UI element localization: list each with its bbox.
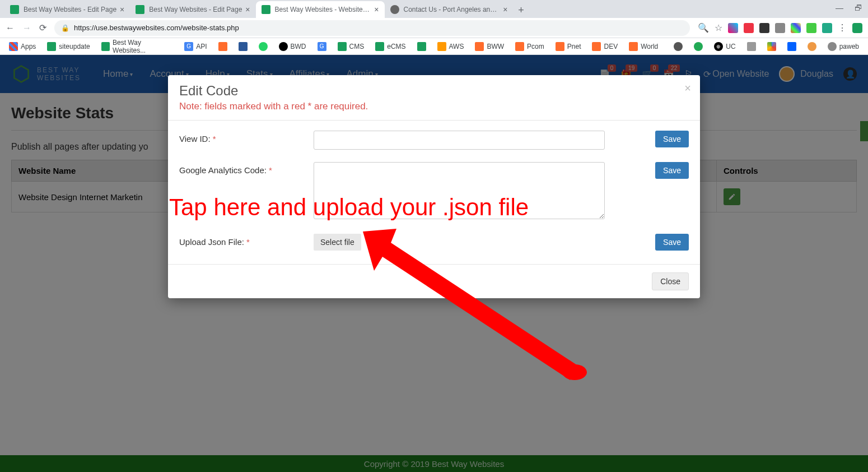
reload-icon[interactable]: ⟳ (39, 22, 46, 33)
extension-icon[interactable] (791, 23, 801, 33)
bookmark-item[interactable]: G (314, 40, 330, 53)
new-tab-button[interactable]: + (514, 2, 529, 18)
modal-required-note: Note: fields marked with a red * are req… (179, 101, 689, 112)
back-icon[interactable]: ← (6, 23, 15, 33)
window-controls: — 🗗 (836, 3, 862, 12)
save-button[interactable]: Save (655, 234, 689, 251)
bookmark-item[interactable]: Pnet (552, 40, 585, 53)
favicon-icon (10, 5, 19, 14)
bookmark-item[interactable]: AWS (434, 40, 468, 53)
tab-close-icon[interactable]: × (245, 5, 250, 14)
menu-icon[interactable]: ⋮ (838, 22, 847, 33)
view-id-input[interactable] (314, 131, 605, 150)
extension-icon[interactable] (744, 23, 754, 33)
url-field[interactable]: 🔒 https://use.bestwaywebsites.com/websit… (54, 20, 690, 36)
extension-icon[interactable] (759, 23, 769, 33)
label-view-id: View ID: * (179, 131, 314, 144)
star-icon[interactable]: ☆ (715, 22, 722, 33)
tab-title: Best Way Websites - Edit Page (149, 6, 242, 13)
browser-tab-bar: Best Way Websites - Edit Page × Best Way… (0, 0, 868, 18)
edit-code-modal: Edit Code Note: fields marked with a red… (168, 75, 700, 298)
browser-tab-active[interactable]: Best Way Websites - Website Stat × (256, 1, 385, 18)
bookmark-item[interactable]: GAPI (181, 40, 210, 53)
lock-icon: 🔒 (61, 24, 69, 32)
bookmark-item[interactable] (690, 40, 706, 53)
extension-icon[interactable] (728, 23, 738, 33)
bookmark-item[interactable]: Best Way Websites... (98, 37, 176, 56)
favicon-icon (390, 5, 399, 14)
favicon-icon (136, 5, 144, 14)
bookmark-bar: Apps siteupdate Best Way Websites... GAP… (0, 38, 868, 55)
form-row-json: Upload Json File: * Select file Save (179, 234, 689, 251)
extension-icon[interactable] (806, 23, 816, 33)
select-file-button[interactable]: Select file (314, 234, 361, 251)
bookmark-item[interactable]: siteupdate (44, 40, 93, 53)
bookmark-item[interactable] (764, 40, 780, 53)
address-icons: 🔍 ☆ ⋮ (698, 22, 862, 33)
bookmark-item[interactable]: ⊕UC (711, 40, 739, 53)
browser-tab[interactable]: Best Way Websites - Edit Page × (4, 1, 130, 18)
modal-footer: Close (168, 264, 700, 298)
extension-icon[interactable] (852, 23, 862, 33)
bookmark-item[interactable] (215, 40, 231, 53)
tab-title: Best Way Websites - Website Stat (275, 6, 371, 13)
apps-button[interactable]: Apps (6, 40, 39, 53)
modal-header: Edit Code Note: fields marked with a red… (168, 75, 700, 121)
annotation-text: Tap here and upload your .json file (169, 194, 529, 221)
close-button[interactable]: Close (652, 272, 689, 290)
close-icon[interactable]: × (684, 82, 691, 95)
save-button[interactable]: Save (655, 162, 689, 179)
bookmark-item[interactable]: eCMS (372, 40, 409, 53)
browser-tab[interactable]: Contact Us - Port Angeles and Se × (385, 1, 514, 18)
save-button[interactable]: Save (655, 131, 689, 147)
address-bar: ← → ⟳ 🔒 https://use.bestwaywebsites.com/… (0, 18, 868, 38)
bookmark-item[interactable]: CMS (334, 40, 368, 53)
tab-title: Contact Us - Port Angeles and Se (404, 6, 500, 13)
tab-title: Best Way Websites - Edit Page (24, 6, 116, 13)
tab-close-icon[interactable]: × (503, 5, 507, 14)
tab-close-icon[interactable]: × (120, 5, 124, 14)
bookmark-item[interactable]: BWD (276, 40, 310, 53)
url-text: https://use.bestwaywebsites.com/website-… (74, 24, 239, 32)
bookmark-item[interactable] (670, 40, 686, 53)
favicon-icon (262, 5, 270, 14)
bookmark-item[interactable]: World (626, 40, 661, 53)
forward-icon[interactable]: → (22, 23, 31, 33)
bookmark-item[interactable] (235, 40, 251, 53)
modal-title: Edit Code (179, 83, 689, 99)
bookmark-item[interactable]: BWW (472, 40, 507, 53)
bookmark-item[interactable]: Pcom (512, 40, 548, 53)
extension-icon[interactable] (822, 23, 832, 33)
tab-close-icon[interactable]: × (374, 5, 379, 14)
bookmark-item[interactable]: paweb (824, 40, 862, 53)
extension-icon[interactable] (775, 23, 785, 33)
bookmark-item[interactable] (255, 40, 271, 53)
label-json: Upload Json File: * (179, 234, 314, 247)
maximize-icon[interactable]: 🗗 (855, 3, 862, 12)
bookmark-item[interactable] (784, 40, 800, 53)
bookmark-item[interactable] (414, 40, 430, 53)
bookmark-item[interactable]: DEV (589, 40, 621, 53)
browser-tab[interactable]: Best Way Websites - Edit Page × (130, 1, 255, 18)
minimize-icon[interactable]: — (836, 3, 843, 12)
bookmark-item[interactable] (804, 40, 820, 53)
zoom-icon[interactable]: 🔍 (698, 22, 709, 33)
modal-body: View ID: * Save Google Analytics Code: *… (168, 121, 700, 264)
form-row-view-id: View ID: * Save (179, 131, 689, 150)
bookmark-item[interactable] (744, 40, 759, 53)
label-ga: Google Analytics Code: * (179, 162, 314, 175)
